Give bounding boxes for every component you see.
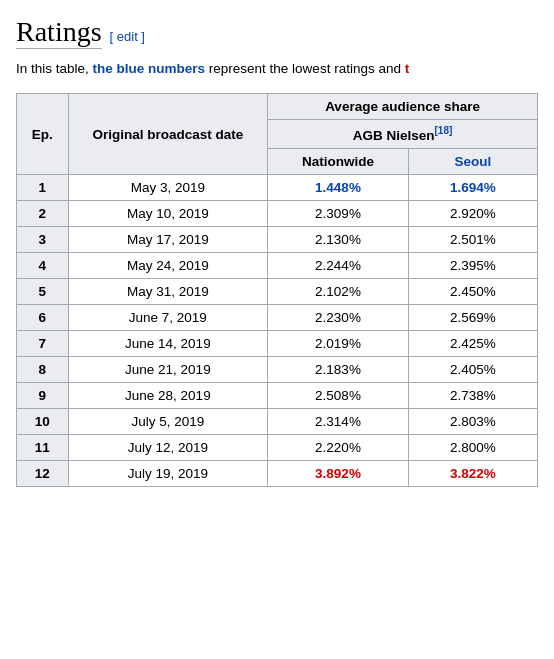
table-row: 5May 31, 20192.102%2.450% bbox=[17, 278, 538, 304]
date-header: Original broadcast date bbox=[68, 94, 267, 175]
date-cell: July 5, 2019 bbox=[68, 408, 267, 434]
nationwide-cell: 1.448% bbox=[268, 174, 409, 200]
table-row: 2May 10, 20192.309%2.920% bbox=[17, 200, 538, 226]
description: In this table, the blue numbers represen… bbox=[16, 59, 538, 79]
table-row: 6June 7, 20192.230%2.569% bbox=[17, 304, 538, 330]
seoul-cell: 1.694% bbox=[408, 174, 537, 200]
seoul-cell: 2.450% bbox=[408, 278, 537, 304]
avg-audience-share-header: Average audience share bbox=[268, 94, 538, 120]
nationwide-cell: 2.183% bbox=[268, 356, 409, 382]
date-cell: May 24, 2019 bbox=[68, 252, 267, 278]
ep-cell: 8 bbox=[17, 356, 69, 382]
seoul-cell: 2.395% bbox=[408, 252, 537, 278]
table-row: 12July 19, 20193.892%3.822% bbox=[17, 460, 538, 486]
title-section: Ratings [ edit ] bbox=[16, 16, 538, 49]
date-cell: May 17, 2019 bbox=[68, 226, 267, 252]
nationwide-header: Nationwide bbox=[268, 148, 409, 174]
table-row: 7June 14, 20192.019%2.425% bbox=[17, 330, 538, 356]
ep-cell: 12 bbox=[17, 460, 69, 486]
seoul-cell: 3.822% bbox=[408, 460, 537, 486]
table-row: 11July 12, 20192.220%2.800% bbox=[17, 434, 538, 460]
seoul-cell: 2.425% bbox=[408, 330, 537, 356]
date-cell: June 14, 2019 bbox=[68, 330, 267, 356]
table-row: 3May 17, 20192.130%2.501% bbox=[17, 226, 538, 252]
date-cell: May 3, 2019 bbox=[68, 174, 267, 200]
description-suffix: represent the lowest ratings and bbox=[205, 61, 405, 76]
edit-link[interactable]: [ edit ] bbox=[110, 29, 145, 44]
table-row: 1May 3, 20191.448%1.694% bbox=[17, 174, 538, 200]
table-row: 9June 28, 20192.508%2.738% bbox=[17, 382, 538, 408]
date-cell: July 19, 2019 bbox=[68, 460, 267, 486]
nationwide-cell: 2.314% bbox=[268, 408, 409, 434]
table-row: 10July 5, 20192.314%2.803% bbox=[17, 408, 538, 434]
nationwide-cell: 2.508% bbox=[268, 382, 409, 408]
agb-nielsen-header: AGB Nielsen[18] bbox=[268, 120, 538, 149]
ep-cell: 2 bbox=[17, 200, 69, 226]
seoul-cell: 2.405% bbox=[408, 356, 537, 382]
description-prefix: In this table, bbox=[16, 61, 93, 76]
nationwide-cell: 3.892% bbox=[268, 460, 409, 486]
date-cell: May 10, 2019 bbox=[68, 200, 267, 226]
red-text-label: t bbox=[405, 61, 410, 76]
seoul-cell: 2.569% bbox=[408, 304, 537, 330]
table-row: 8June 21, 20192.183%2.405% bbox=[17, 356, 538, 382]
nationwide-cell: 2.220% bbox=[268, 434, 409, 460]
ep-header: Ep. bbox=[17, 94, 69, 175]
header-row-1: Ep. Original broadcast date Average audi… bbox=[17, 94, 538, 120]
ep-cell: 4 bbox=[17, 252, 69, 278]
seoul-cell: 2.800% bbox=[408, 434, 537, 460]
table-row: 4May 24, 20192.244%2.395% bbox=[17, 252, 538, 278]
ep-cell: 10 bbox=[17, 408, 69, 434]
ep-cell: 5 bbox=[17, 278, 69, 304]
seoul-cell: 2.920% bbox=[408, 200, 537, 226]
seoul-cell: 2.501% bbox=[408, 226, 537, 252]
ep-cell: 7 bbox=[17, 330, 69, 356]
seoul-cell: 2.803% bbox=[408, 408, 537, 434]
ratings-table: Ep. Original broadcast date Average audi… bbox=[16, 93, 538, 487]
ep-cell: 3 bbox=[17, 226, 69, 252]
date-cell: May 31, 2019 bbox=[68, 278, 267, 304]
blue-numbers-label: the blue numbers bbox=[93, 61, 206, 76]
nationwide-cell: 2.230% bbox=[268, 304, 409, 330]
nationwide-cell: 2.244% bbox=[268, 252, 409, 278]
ep-cell: 6 bbox=[17, 304, 69, 330]
nationwide-cell: 2.309% bbox=[268, 200, 409, 226]
ep-cell: 11 bbox=[17, 434, 69, 460]
date-cell: June 21, 2019 bbox=[68, 356, 267, 382]
nationwide-cell: 2.019% bbox=[268, 330, 409, 356]
date-cell: June 28, 2019 bbox=[68, 382, 267, 408]
date-cell: July 12, 2019 bbox=[68, 434, 267, 460]
page-title: Ratings bbox=[16, 16, 102, 49]
nationwide-cell: 2.102% bbox=[268, 278, 409, 304]
seoul-header: Seoul bbox=[408, 148, 537, 174]
ep-cell: 9 bbox=[17, 382, 69, 408]
seoul-cell: 2.738% bbox=[408, 382, 537, 408]
nationwide-cell: 2.130% bbox=[268, 226, 409, 252]
ep-cell: 1 bbox=[17, 174, 69, 200]
date-cell: June 7, 2019 bbox=[68, 304, 267, 330]
